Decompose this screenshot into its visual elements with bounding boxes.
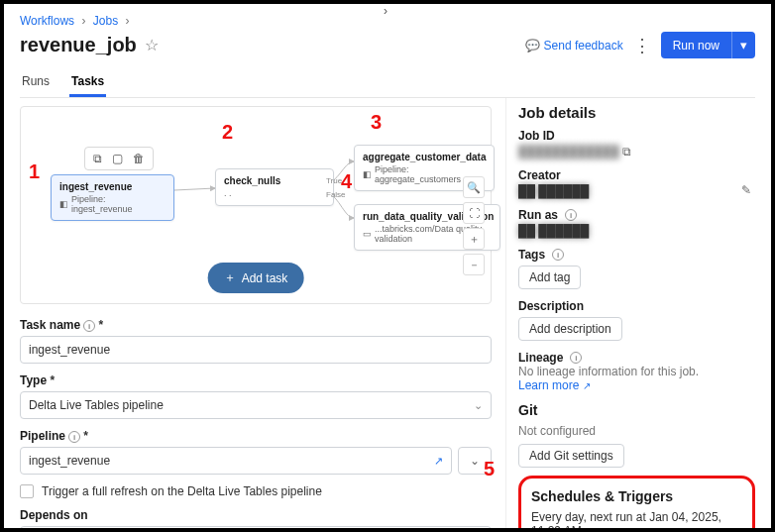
pipeline-select[interactable]: ingest_revenue ↗	[20, 447, 452, 475]
node-subtitle: ◧Pipeline: ingest_revenue	[59, 194, 166, 214]
trash-icon[interactable]: 🗑	[133, 152, 145, 165]
run-now-button[interactable]: Run now	[661, 32, 731, 58]
add-tag-button[interactable]: Add tag	[518, 266, 581, 289]
node-title: aggregate_customer_data	[363, 152, 486, 162]
git-heading: Git	[518, 402, 755, 418]
pipeline-label: Pipelinei	[20, 429, 492, 443]
creator-label: Creator	[518, 168, 755, 182]
chevron-down-icon: ⌄	[474, 399, 483, 412]
task-node-check-nulls[interactable]: check_nulls . .	[215, 168, 334, 206]
add-description-button[interactable]: Add description	[518, 317, 622, 341]
info-icon[interactable]: i	[68, 431, 80, 443]
type-value: Delta Live Tables pipeline	[29, 398, 164, 412]
task-graph-canvas[interactable]: ⧉ ▢ 🗑 ingest_revenue ◧Pipeline: ingest_r…	[20, 106, 492, 304]
lineage-label: Lineage i	[518, 351, 755, 365]
run-as-label: Run as i	[518, 208, 755, 222]
canvas-tools: 🔍 ⛶ ＋ －	[463, 176, 485, 275]
tab-tasks[interactable]: Tasks	[69, 68, 106, 97]
info-icon[interactable]: i	[552, 249, 564, 261]
job-id-label: Job ID	[518, 129, 755, 143]
task-node-ingest-revenue[interactable]: ingest_revenue ◧Pipeline: ingest_revenue	[51, 174, 174, 221]
schedules-triggers-section: Schedules & Triggers Every day, next run…	[518, 476, 755, 532]
type-label: Type	[20, 373, 492, 387]
breadcrumb: Workflows › Jobs ›	[20, 14, 755, 28]
external-link-icon[interactable]: ↗	[434, 455, 443, 468]
add-task-button[interactable]: ＋Add task	[208, 263, 304, 293]
details-panel: ✎ Job details Job ID ████████████ ⧉ Crea…	[505, 98, 755, 532]
chat-icon: 💬	[525, 39, 540, 53]
page-title: revenue_job	[20, 34, 137, 56]
copy-icon[interactable]: ⧉	[622, 145, 631, 159]
run-now-split-button: Run now ▾	[661, 32, 755, 58]
full-refresh-checkbox[interactable]	[20, 484, 34, 498]
task-name-input[interactable]	[20, 336, 492, 364]
zoom-in-icon[interactable]: ＋	[463, 228, 485, 250]
external-link-icon: ↗	[583, 380, 591, 391]
tags-label: Tags i	[518, 248, 755, 262]
edge-label-true: True	[326, 176, 342, 185]
comment-icon[interactable]: ▢	[112, 152, 123, 165]
run-as-value: ██ ██████	[518, 224, 755, 238]
favorite-star-icon[interactable]: ☆	[145, 36, 159, 54]
pipeline-dropdown-button[interactable]: ⌄	[458, 447, 492, 475]
breadcrumb-workflows[interactable]: Workflows	[20, 14, 74, 28]
details-heading: Job details	[518, 104, 755, 121]
depends-on-label: Depends on	[20, 508, 492, 522]
tab-runs[interactable]: Runs	[20, 68, 52, 97]
schedule-summary: Every day, next run at Jan 04, 2025, 11:…	[531, 510, 742, 532]
info-icon[interactable]: i	[570, 352, 582, 364]
search-icon[interactable]: 🔍	[463, 176, 485, 198]
copy-icon[interactable]: ⧉	[93, 152, 102, 165]
edit-pencil-icon[interactable]: ✎	[741, 183, 751, 197]
task-form: Task namei Type Delta Live Tables pipeli…	[20, 318, 492, 532]
tabs: Runs Tasks	[20, 68, 755, 98]
overflow-menu-icon[interactable]: ⋮	[633, 35, 651, 56]
full-refresh-label: Trigger a full refresh on the Delta Live…	[42, 484, 322, 498]
node-title: ingest_revenue	[59, 181, 166, 192]
plus-icon: ＋	[224, 269, 236, 286]
type-select[interactable]: Delta Live Tables pipeline ⌄	[20, 391, 492, 419]
info-icon[interactable]: i	[565, 209, 577, 221]
chevron-down-icon: ⌄	[470, 454, 480, 468]
schedules-heading: Schedules & Triggers	[531, 488, 742, 504]
node-toolbar: ⧉ ▢ 🗑	[84, 147, 154, 170]
git-status: Not configured	[518, 424, 755, 438]
fullscreen-icon[interactable]: ⛶	[463, 202, 485, 224]
zoom-out-icon[interactable]: －	[463, 254, 485, 275]
learn-more-link[interactable]: Learn more ↗	[518, 378, 591, 392]
node-title: check_nulls	[224, 175, 325, 186]
breadcrumb-jobs[interactable]: Jobs	[93, 14, 118, 28]
run-now-caret[interactable]: ▾	[731, 32, 755, 58]
depends-on-select[interactable]: Select task dependencies... ⌄	[20, 526, 492, 532]
description-label: Description	[518, 299, 755, 313]
lineage-message: No lineage information for this job.	[518, 365, 755, 378]
info-icon[interactable]: i	[83, 320, 95, 332]
pipeline-value: ingest_revenue	[29, 454, 110, 468]
edge-label-false: False	[326, 190, 346, 199]
job-id-value: ████████████ ⧉	[518, 145, 755, 159]
node-subtitle: . .	[224, 188, 325, 198]
send-feedback-link[interactable]: 💬 Send feedback	[525, 39, 623, 53]
creator-value: ██ ██████	[518, 184, 755, 198]
add-git-settings-button[interactable]: Add Git settings	[518, 444, 624, 468]
task-name-label: Task namei	[20, 318, 492, 332]
